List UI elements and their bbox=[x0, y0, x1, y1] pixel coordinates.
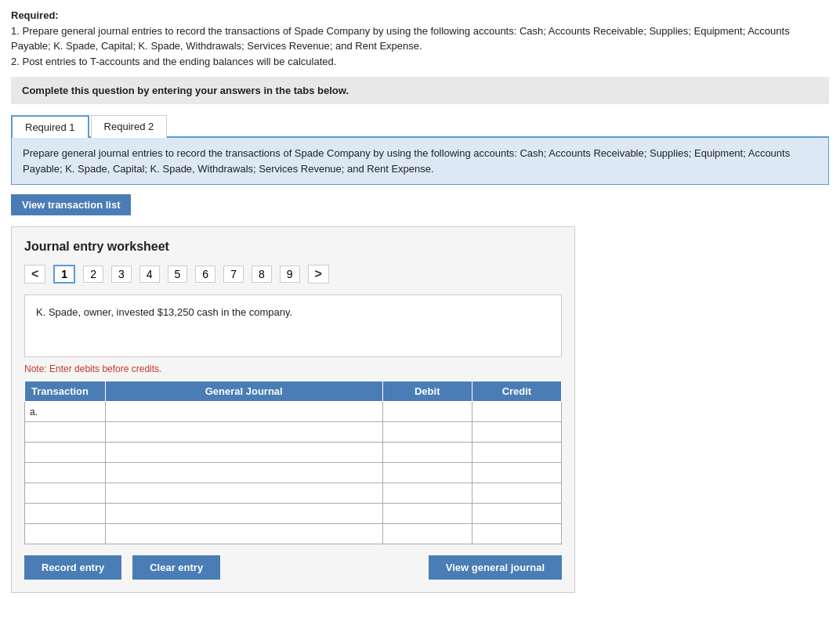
item2-label: 2. bbox=[11, 56, 20, 67]
credit-input-7[interactable] bbox=[472, 524, 561, 544]
view-general-journal-button[interactable]: View general journal bbox=[429, 555, 562, 580]
credit-cell-6[interactable] bbox=[472, 504, 561, 524]
debit-cell-3[interactable] bbox=[382, 443, 472, 463]
credit-cell-4[interactable] bbox=[472, 463, 561, 483]
item1-text: Prepare general journal entries to recor… bbox=[11, 25, 790, 52]
pagination-page-1[interactable]: 1 bbox=[53, 265, 75, 284]
tabs-row: Required 1 Required 2 bbox=[11, 114, 829, 138]
tab-content: Prepare general journal entries to recor… bbox=[11, 138, 829, 185]
transaction-cell-3 bbox=[25, 443, 106, 463]
transaction-description: K. Spade, owner, invested $13,250 cash i… bbox=[24, 295, 562, 357]
table-row bbox=[25, 422, 562, 443]
pagination-page-7[interactable]: 7 bbox=[223, 266, 244, 283]
col-header-transaction: Transaction bbox=[25, 381, 106, 402]
worksheet-title: Journal entry worksheet bbox=[24, 240, 562, 254]
bottom-buttons: Record entry Clear entry View general jo… bbox=[24, 555, 562, 580]
credit-cell-3[interactable] bbox=[472, 443, 561, 463]
general-journal-input-5[interactable] bbox=[106, 483, 382, 503]
worksheet-box: Journal entry worksheet < 1 2 3 4 5 6 7 … bbox=[11, 226, 575, 593]
journal-table: Transaction General Journal Debit Credit… bbox=[24, 381, 562, 544]
table-row: a. bbox=[25, 402, 562, 422]
general-journal-cell-2[interactable] bbox=[105, 422, 382, 443]
debit-input-4[interactable] bbox=[383, 463, 472, 482]
debit-cell-5[interactable] bbox=[382, 483, 472, 504]
debit-cell-2[interactable] bbox=[382, 422, 472, 443]
table-row bbox=[25, 504, 562, 524]
credit-input-6[interactable] bbox=[472, 504, 561, 523]
debit-input-3[interactable] bbox=[383, 443, 472, 462]
pagination-page-3[interactable]: 3 bbox=[111, 266, 132, 283]
col-header-general-journal: General Journal bbox=[105, 381, 382, 402]
transaction-cell-6 bbox=[25, 504, 106, 524]
debit-input-2[interactable] bbox=[383, 422, 472, 442]
tab-required1[interactable]: Required 1 bbox=[11, 115, 89, 138]
debit-cell-1[interactable] bbox=[382, 402, 472, 422]
transaction-cell-4 bbox=[25, 463, 106, 483]
pagination-page-6[interactable]: 6 bbox=[195, 266, 215, 283]
debit-input-5[interactable] bbox=[383, 483, 472, 503]
col-header-debit: Debit bbox=[382, 381, 472, 402]
credit-input-3[interactable] bbox=[472, 443, 561, 462]
transaction-cell-5 bbox=[25, 483, 106, 504]
general-journal-cell-1[interactable] bbox=[105, 402, 382, 422]
pagination-next[interactable]: > bbox=[308, 265, 329, 284]
item1-label: 1. bbox=[11, 25, 20, 37]
pagination-page-2[interactable]: 2 bbox=[83, 266, 103, 283]
general-journal-input-2[interactable] bbox=[106, 422, 382, 442]
pagination-page-8[interactable]: 8 bbox=[252, 266, 272, 283]
pagination-page-5[interactable]: 5 bbox=[168, 266, 188, 283]
clear-entry-button[interactable]: Clear entry bbox=[132, 555, 220, 580]
general-journal-cell-7[interactable] bbox=[105, 524, 382, 544]
credit-cell-2[interactable] bbox=[472, 422, 561, 443]
table-row bbox=[25, 524, 562, 544]
general-journal-cell-3[interactable] bbox=[105, 443, 382, 463]
debit-input-1[interactable] bbox=[383, 402, 472, 421]
pagination-page-9[interactable]: 9 bbox=[280, 266, 300, 283]
table-row bbox=[25, 443, 562, 463]
transaction-cell-1: a. bbox=[25, 402, 106, 422]
pagination-row: < 1 2 3 4 5 6 7 8 9 > bbox=[24, 265, 562, 284]
general-journal-cell-4[interactable] bbox=[105, 463, 382, 483]
transaction-cell-7 bbox=[25, 524, 106, 544]
credit-cell-1[interactable] bbox=[472, 402, 561, 422]
credit-input-2[interactable] bbox=[472, 422, 561, 442]
col-header-credit: Credit bbox=[472, 381, 561, 402]
instruction-box: Complete this question by entering your … bbox=[11, 77, 829, 104]
general-journal-input-7[interactable] bbox=[106, 524, 382, 544]
general-journal-input-3[interactable] bbox=[106, 443, 382, 462]
note-text: Note: Enter debits before credits. bbox=[24, 363, 562, 374]
general-journal-cell-5[interactable] bbox=[105, 483, 382, 504]
general-journal-input-6[interactable] bbox=[106, 504, 382, 523]
general-journal-input-4[interactable] bbox=[106, 463, 382, 482]
record-entry-button[interactable]: Record entry bbox=[24, 555, 121, 580]
debit-input-6[interactable] bbox=[383, 504, 472, 523]
item2-text: Post entries to T-accounts and the endin… bbox=[22, 56, 336, 67]
general-journal-input-1[interactable] bbox=[106, 402, 382, 421]
credit-cell-7[interactable] bbox=[472, 524, 561, 544]
pagination-prev[interactable]: < bbox=[24, 265, 45, 284]
credit-input-4[interactable] bbox=[472, 463, 561, 482]
tab-required2[interactable]: Required 2 bbox=[91, 115, 168, 138]
table-row bbox=[25, 463, 562, 483]
table-row bbox=[25, 483, 562, 504]
view-transaction-button[interactable]: View transaction list bbox=[11, 194, 131, 215]
required-header: Required: 1. Prepare general journal ent… bbox=[11, 8, 829, 69]
credit-input-5[interactable] bbox=[472, 483, 561, 503]
debit-input-7[interactable] bbox=[383, 524, 472, 544]
pagination-page-4[interactable]: 4 bbox=[139, 266, 160, 283]
debit-cell-4[interactable] bbox=[382, 463, 472, 483]
debit-cell-6[interactable] bbox=[382, 504, 472, 524]
debit-cell-7[interactable] bbox=[382, 524, 472, 544]
required-label: Required: bbox=[11, 9, 59, 21]
transaction-cell-2 bbox=[25, 422, 106, 443]
credit-cell-5[interactable] bbox=[472, 483, 561, 504]
credit-input-1[interactable] bbox=[472, 402, 561, 421]
general-journal-cell-6[interactable] bbox=[105, 504, 382, 524]
